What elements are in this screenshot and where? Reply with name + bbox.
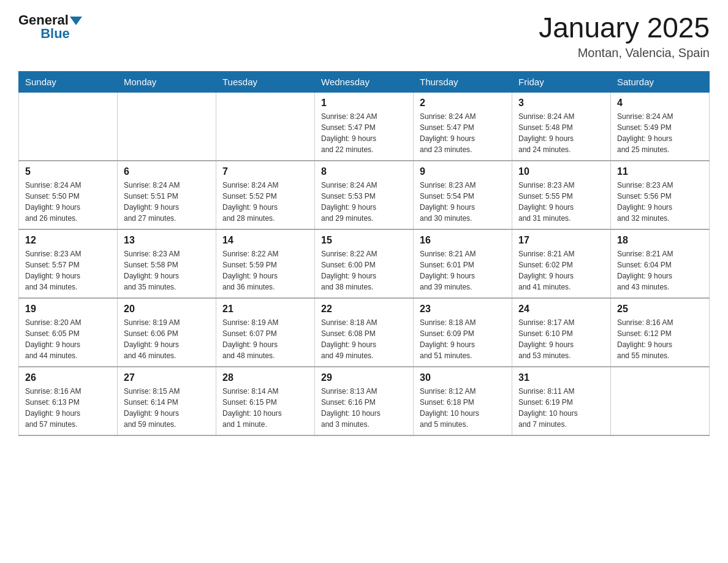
day-info: Sunrise: 8:24 AMSunset: 5:50 PMDaylight:… (25, 180, 111, 224)
header-day-saturday: Saturday (611, 71, 710, 92)
calendar-cell (19, 92, 118, 161)
calendar-cell: 12Sunrise: 8:23 AMSunset: 5:57 PMDayligh… (19, 229, 118, 298)
day-info: Sunrise: 8:19 AMSunset: 6:07 PMDaylight:… (222, 317, 308, 361)
calendar-cell: 17Sunrise: 8:21 AMSunset: 6:02 PMDayligh… (512, 229, 611, 298)
calendar-cell: 9Sunrise: 8:23 AMSunset: 5:54 PMDaylight… (414, 161, 512, 229)
day-info: Sunrise: 8:11 AMSunset: 6:19 PMDaylight:… (518, 386, 604, 430)
day-info: Sunrise: 8:24 AMSunset: 5:51 PMDaylight:… (124, 180, 210, 224)
calendar-cell: 8Sunrise: 8:24 AMSunset: 5:53 PMDaylight… (315, 161, 414, 229)
day-number: 6 (124, 166, 210, 177)
day-number: 24 (518, 304, 604, 315)
day-number: 11 (617, 166, 703, 177)
header-day-sunday: Sunday (19, 71, 118, 92)
day-info: Sunrise: 8:23 AMSunset: 5:54 PMDaylight:… (420, 180, 506, 224)
week-row-2: 5Sunrise: 8:24 AMSunset: 5:50 PMDaylight… (19, 161, 710, 229)
day-number: 12 (25, 235, 111, 246)
calendar-subtitle: Montan, Valencia, Spain (539, 46, 710, 60)
day-info: Sunrise: 8:21 AMSunset: 6:01 PMDaylight:… (420, 248, 506, 293)
day-number: 25 (617, 304, 703, 315)
calendar-cell: 3Sunrise: 8:24 AMSunset: 5:48 PMDaylight… (512, 92, 611, 161)
header-day-wednesday: Wednesday (315, 71, 414, 92)
day-number: 16 (420, 235, 506, 246)
calendar-cell: 16Sunrise: 8:21 AMSunset: 6:01 PMDayligh… (414, 229, 512, 298)
calendar-cell: 1Sunrise: 8:24 AMSunset: 5:47 PMDaylight… (315, 92, 414, 161)
day-number: 8 (321, 166, 407, 177)
day-info: Sunrise: 8:21 AMSunset: 6:04 PMDaylight:… (617, 248, 703, 293)
calendar-cell: 26Sunrise: 8:16 AMSunset: 6:13 PMDayligh… (19, 367, 118, 435)
calendar-cell: 11Sunrise: 8:23 AMSunset: 5:56 PMDayligh… (611, 161, 710, 229)
day-number: 27 (124, 372, 210, 383)
day-number: 29 (321, 372, 407, 383)
calendar-cell: 4Sunrise: 8:24 AMSunset: 5:49 PMDaylight… (611, 92, 710, 161)
calendar-cell: 22Sunrise: 8:18 AMSunset: 6:08 PMDayligh… (315, 298, 414, 367)
week-row-5: 26Sunrise: 8:16 AMSunset: 6:13 PMDayligh… (19, 367, 710, 435)
day-number: 31 (518, 372, 604, 383)
day-info: Sunrise: 8:24 AMSunset: 5:47 PMDaylight:… (321, 111, 407, 155)
day-info: Sunrise: 8:23 AMSunset: 5:58 PMDaylight:… (124, 248, 210, 293)
day-info: Sunrise: 8:14 AMSunset: 6:15 PMDaylight:… (222, 386, 308, 430)
day-info: Sunrise: 8:20 AMSunset: 6:05 PMDaylight:… (25, 317, 111, 361)
page-header: General Blue January 2025 Montan, Valenc… (18, 12, 710, 60)
calendar-cell: 18Sunrise: 8:21 AMSunset: 6:04 PMDayligh… (611, 229, 710, 298)
calendar-cell: 30Sunrise: 8:12 AMSunset: 6:18 PMDayligh… (414, 367, 512, 435)
calendar-cell: 14Sunrise: 8:22 AMSunset: 5:59 PMDayligh… (216, 229, 315, 298)
day-info: Sunrise: 8:23 AMSunset: 5:56 PMDaylight:… (617, 180, 703, 224)
day-number: 3 (518, 98, 604, 109)
day-info: Sunrise: 8:24 AMSunset: 5:52 PMDaylight:… (222, 180, 308, 224)
calendar-cell: 24Sunrise: 8:17 AMSunset: 6:10 PMDayligh… (512, 298, 611, 367)
calendar-cell: 28Sunrise: 8:14 AMSunset: 6:15 PMDayligh… (216, 367, 315, 435)
calendar-title: January 2025 (539, 12, 710, 44)
day-info: Sunrise: 8:16 AMSunset: 6:12 PMDaylight:… (617, 317, 703, 361)
header-day-monday: Monday (118, 71, 216, 92)
day-number: 15 (321, 235, 407, 246)
day-info: Sunrise: 8:24 AMSunset: 5:49 PMDaylight:… (617, 111, 703, 155)
day-info: Sunrise: 8:16 AMSunset: 6:13 PMDaylight:… (25, 386, 111, 430)
calendar-cell: 15Sunrise: 8:22 AMSunset: 6:00 PMDayligh… (315, 229, 414, 298)
week-row-1: 1Sunrise: 8:24 AMSunset: 5:47 PMDaylight… (19, 92, 710, 161)
day-number: 7 (222, 166, 308, 177)
calendar-cell: 10Sunrise: 8:23 AMSunset: 5:55 PMDayligh… (512, 161, 611, 229)
day-number: 10 (518, 166, 604, 177)
day-number: 5 (25, 166, 111, 177)
day-number: 2 (420, 98, 506, 109)
header-day-tuesday: Tuesday (216, 71, 315, 92)
calendar-table: SundayMondayTuesdayWednesdayThursdayFrid… (18, 71, 710, 436)
day-number: 20 (124, 304, 210, 315)
title-block: January 2025 Montan, Valencia, Spain (539, 12, 710, 60)
day-number: 9 (420, 166, 506, 177)
day-number: 23 (420, 304, 506, 315)
day-info: Sunrise: 8:23 AMSunset: 5:57 PMDaylight:… (25, 248, 111, 293)
day-info: Sunrise: 8:24 AMSunset: 5:48 PMDaylight:… (518, 111, 604, 155)
day-number: 21 (222, 304, 308, 315)
calendar-cell: 2Sunrise: 8:24 AMSunset: 5:47 PMDaylight… (414, 92, 512, 161)
day-number: 13 (124, 235, 210, 246)
calendar-cell: 31Sunrise: 8:11 AMSunset: 6:19 PMDayligh… (512, 367, 611, 435)
header-day-friday: Friday (512, 71, 611, 92)
day-info: Sunrise: 8:22 AMSunset: 5:59 PMDaylight:… (222, 248, 308, 293)
calendar-cell: 13Sunrise: 8:23 AMSunset: 5:58 PMDayligh… (118, 229, 216, 298)
logo-blue-text: Blue (40, 26, 70, 42)
header-row: SundayMondayTuesdayWednesdayThursdayFrid… (19, 71, 710, 92)
day-info: Sunrise: 8:12 AMSunset: 6:18 PMDaylight:… (420, 386, 506, 430)
day-info: Sunrise: 8:22 AMSunset: 6:00 PMDaylight:… (321, 248, 407, 293)
day-info: Sunrise: 8:15 AMSunset: 6:14 PMDaylight:… (124, 386, 210, 430)
week-row-4: 19Sunrise: 8:20 AMSunset: 6:05 PMDayligh… (19, 298, 710, 367)
calendar-cell: 29Sunrise: 8:13 AMSunset: 6:16 PMDayligh… (315, 367, 414, 435)
day-info: Sunrise: 8:19 AMSunset: 6:06 PMDaylight:… (124, 317, 210, 361)
calendar-cell: 7Sunrise: 8:24 AMSunset: 5:52 PMDaylight… (216, 161, 315, 229)
day-number: 14 (222, 235, 308, 246)
calendar-cell (118, 92, 216, 161)
calendar-cell: 6Sunrise: 8:24 AMSunset: 5:51 PMDaylight… (118, 161, 216, 229)
day-number: 22 (321, 304, 407, 315)
calendar-cell: 19Sunrise: 8:20 AMSunset: 6:05 PMDayligh… (19, 298, 118, 367)
day-number: 19 (25, 304, 111, 315)
day-number: 4 (617, 98, 703, 109)
day-number: 17 (518, 235, 604, 246)
day-number: 18 (617, 235, 703, 246)
calendar-cell: 21Sunrise: 8:19 AMSunset: 6:07 PMDayligh… (216, 298, 315, 367)
week-row-3: 12Sunrise: 8:23 AMSunset: 5:57 PMDayligh… (19, 229, 710, 298)
day-number: 1 (321, 98, 407, 109)
calendar-cell: 27Sunrise: 8:15 AMSunset: 6:14 PMDayligh… (118, 367, 216, 435)
day-info: Sunrise: 8:24 AMSunset: 5:47 PMDaylight:… (420, 111, 506, 155)
day-number: 30 (420, 372, 506, 383)
